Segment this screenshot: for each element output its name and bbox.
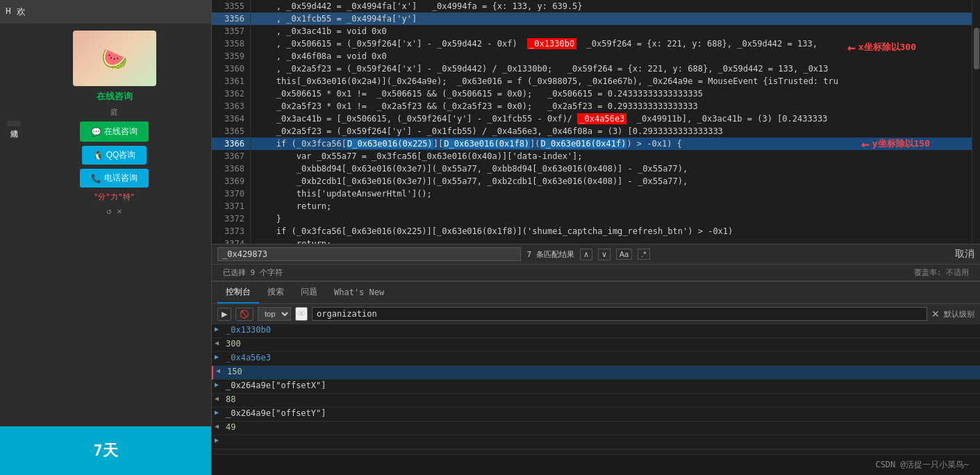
right-scrollbar[interactable] bbox=[972, 0, 980, 244]
row-arrow[interactable]: ▶ bbox=[212, 436, 223, 444]
row-arrow[interactable]: ▶ bbox=[212, 381, 223, 388]
execute-button[interactable]: ▶ bbox=[217, 308, 231, 321]
selected-info: 已选择 9 个字符 bbox=[217, 266, 288, 279]
regex-button[interactable]: .* bbox=[638, 249, 649, 260]
row-value: 300 bbox=[223, 339, 980, 349]
qq-icon: 🐧 bbox=[93, 151, 103, 160]
row-arrow[interactable]: ◀ bbox=[212, 422, 223, 430]
eye-button[interactable]: 👁 bbox=[295, 307, 308, 321]
sidebar-image bbox=[73, 31, 156, 86]
address-label: 庭 bbox=[110, 107, 118, 117]
console-row[interactable]: ▶ bbox=[212, 435, 980, 449]
row-value: _0x264a9e["offsetY"] bbox=[223, 408, 980, 418]
search-count: 7 条匹配结果 bbox=[526, 249, 574, 260]
search-bar: 7 条匹配结果 ∧ ∨ Aa .* 取消 bbox=[212, 244, 980, 264]
code-scroll[interactable]: 3355 , _0x59d442 = _0x4994fa['x'] _0x499… bbox=[212, 0, 972, 244]
row-arrow[interactable]: ▶ bbox=[212, 408, 223, 416]
tab-search[interactable]: 搜索 bbox=[259, 282, 292, 303]
console-row[interactable]: ◀49 bbox=[212, 422, 980, 435]
row-value: _0x4a56e3 bbox=[223, 353, 980, 362]
credit-bar: CSDN @活捉一只小菜鸟~ bbox=[212, 454, 980, 475]
console-output[interactable]: ▶_0x1330b0◀300▶_0x4a56e3◀150▶_0x264a9e["… bbox=[212, 324, 980, 454]
chat-label: 在线咨询 bbox=[97, 90, 133, 103]
row-value: 150 bbox=[224, 367, 980, 376]
console-row[interactable]: ◀88 bbox=[212, 394, 980, 408]
scrollbar-thumb[interactable] bbox=[974, 28, 979, 69]
context-dropdown[interactable]: top bbox=[258, 307, 291, 321]
main-area: 3355 , _0x59d442 = _0x4994fa['x'] _0x499… bbox=[212, 0, 980, 475]
search-next-button[interactable]: ∨ bbox=[598, 249, 611, 260]
code-wrapper: 3355 , _0x59d442 = _0x4994fa['x'] _0x499… bbox=[212, 0, 980, 244]
sidebar-title: H bbox=[6, 6, 11, 18]
console-row[interactable]: ◀150 bbox=[212, 366, 980, 380]
sidebar-content: 浮动式 在线咨询 庭 💬 在线咨询 🐧 QQ咨询 📞 电话咨询 "分"力"特" bbox=[0, 24, 211, 426]
row-value: _0x1330b0 bbox=[223, 325, 980, 335]
search-input[interactable] bbox=[217, 247, 521, 261]
row-arrow[interactable]: ▶ bbox=[212, 353, 223, 360]
row-value: 88 bbox=[223, 394, 980, 404]
code-area: 3355 , _0x59d442 = _0x4994fa['x'] _0x499… bbox=[212, 0, 980, 281]
row-value: _0x264a9e["offsetX"] bbox=[223, 381, 980, 390]
row-arrow[interactable]: ▶ bbox=[212, 325, 223, 333]
sidebar-header: H 欢 bbox=[0, 0, 211, 24]
level-label: 默认级别 bbox=[944, 309, 974, 319]
chat-icon: 💬 bbox=[91, 127, 101, 137]
close-icon[interactable]: ✕ bbox=[117, 206, 122, 216]
sidebar-bottom: 7天 bbox=[0, 426, 211, 475]
stop-button[interactable]: 🚫 bbox=[235, 308, 254, 321]
coverage-label: 覆盖率: 不适用 bbox=[914, 267, 974, 278]
online-chat-button[interactable]: 💬 在线咨询 bbox=[80, 122, 149, 142]
tab-issues[interactable]: 问题 bbox=[292, 282, 326, 303]
panel-tabs: 控制台 搜索 问题 What's New bbox=[212, 282, 980, 304]
row-arrow[interactable]: ◀ bbox=[212, 394, 223, 402]
tab-whatsnew[interactable]: What's New bbox=[326, 283, 392, 303]
case-sensitive-button[interactable]: Aa bbox=[616, 249, 632, 260]
csdn-credit: CSDN @活捉一只小菜鸟~ bbox=[870, 456, 974, 474]
row-arrow[interactable]: ◀ bbox=[213, 367, 224, 374]
row-arrow[interactable]: ◀ bbox=[212, 339, 223, 347]
refresh-icon[interactable]: ↺ bbox=[106, 206, 111, 216]
code-container: 3355 , _0x59d442 = _0x4994fa['x'] _0x499… bbox=[212, 0, 972, 244]
floating-label: 浮动式 bbox=[7, 121, 20, 126]
console-row[interactable]: ▶_0x264a9e["offsetY"] bbox=[212, 408, 980, 422]
code-table: 3355 , _0x59d442 = _0x4994fa['x'] _0x499… bbox=[212, 0, 972, 244]
phone-icon: 📞 bbox=[91, 174, 101, 183]
search-close-button[interactable]: 取消 bbox=[955, 248, 974, 260]
row-value: 49 bbox=[223, 422, 980, 432]
sidebar-tags: "分"力"特" bbox=[94, 192, 135, 202]
bottom-panel: 控制台 搜索 问题 What's New ▶ 🚫 top 👁 ✕ 默认级别 ▶_… bbox=[212, 281, 980, 475]
phone-button[interactable]: 📞 电话咨询 bbox=[80, 169, 149, 188]
filter-clear-button[interactable]: ✕ bbox=[931, 308, 940, 319]
console-row[interactable]: ◀300 bbox=[212, 338, 980, 352]
panel-toolbar: ▶ 🚫 top 👁 ✕ 默认级别 bbox=[212, 304, 980, 324]
console-row[interactable]: ▶_0x4a56e3 bbox=[212, 352, 980, 366]
status-bar: 已选择 9 个字符 覆盖率: 不适用 bbox=[212, 264, 980, 281]
console-row[interactable]: ▶_0x1330b0 bbox=[212, 324, 980, 338]
sidebar-welcome: 欢 bbox=[17, 6, 26, 18]
search-prev-button[interactable]: ∧ bbox=[580, 249, 592, 260]
console-filter-input[interactable] bbox=[312, 307, 927, 321]
console-row[interactable]: ▶_0x264a9e["offsetX"] bbox=[212, 380, 980, 394]
sidebar-refresh-row: ↺ ✕ bbox=[106, 206, 122, 216]
sidebar: H 欢 浮动式 在线咨询 庭 💬 在线咨询 🐧 QQ咨询 📞 电话咨询 bbox=[0, 0, 212, 475]
qq-chat-button[interactable]: 🐧 QQ咨询 bbox=[82, 146, 147, 165]
tab-console[interactable]: 控制台 bbox=[217, 282, 259, 303]
